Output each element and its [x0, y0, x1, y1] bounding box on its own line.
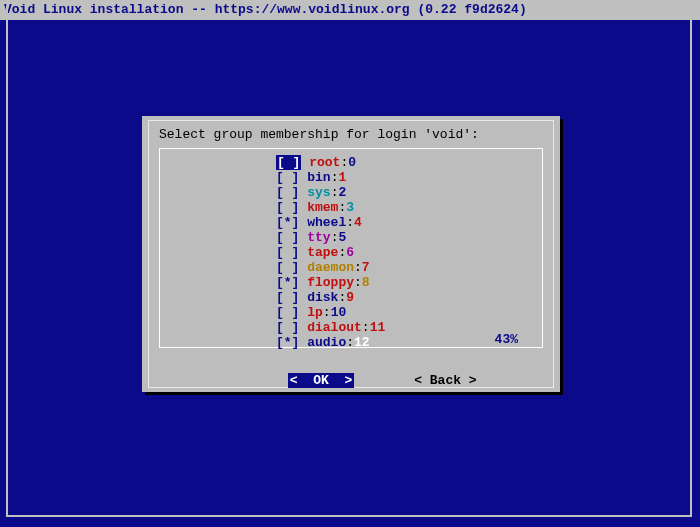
separator: :: [323, 305, 331, 320]
checkbox-icon[interactable]: [ ]: [276, 290, 299, 305]
group-item-kmem[interactable]: [ ] kmem:3: [166, 200, 536, 215]
group-membership-dialog: Select group membership for login 'void'…: [142, 116, 560, 392]
group-name: root: [309, 155, 340, 170]
dialog-buttons: < OK >< Back >: [159, 348, 543, 403]
group-item-sys[interactable]: [ ] sys:2: [166, 185, 536, 200]
group-name: dialout: [307, 320, 362, 335]
checkbox-icon[interactable]: [ ]: [276, 155, 301, 170]
group-name: audio: [307, 335, 346, 350]
checkbox-icon[interactable]: [ ]: [276, 260, 299, 275]
group-id: 6: [346, 245, 354, 260]
group-id: 0: [348, 155, 356, 170]
group-name: disk: [307, 290, 338, 305]
separator: :: [354, 275, 362, 290]
group-item-wheel[interactable]: [*] wheel:4: [166, 215, 536, 230]
checkbox-icon[interactable]: [ ]: [276, 305, 299, 320]
group-id: 9: [346, 290, 354, 305]
group-id: 8: [362, 275, 370, 290]
group-item-dialout[interactable]: [ ] dialout:11: [166, 320, 536, 335]
group-id: 3: [346, 200, 354, 215]
group-item-tty[interactable]: [ ] tty:5: [166, 230, 536, 245]
group-item-daemon[interactable]: [ ] daemon:7: [166, 260, 536, 275]
separator: :: [354, 260, 362, 275]
group-name: tty: [307, 230, 330, 245]
dialog-prompt: Select group membership for login 'void'…: [159, 125, 543, 148]
checkbox-icon[interactable]: [ ]: [276, 170, 299, 185]
installer-screen: Void Linux installation -- https://www.v…: [0, 0, 700, 527]
checkbox-icon[interactable]: [ ]: [276, 230, 299, 245]
group-id: 12: [354, 335, 370, 350]
checkbox-icon[interactable]: [ ]: [276, 320, 299, 335]
separator: :: [362, 320, 370, 335]
group-name: bin: [307, 170, 330, 185]
separator: :: [346, 215, 354, 230]
checkbox-icon[interactable]: [*]: [276, 275, 299, 290]
group-id: 11: [370, 320, 386, 335]
group-item-bin[interactable]: [ ] bin:1: [166, 170, 536, 185]
checkbox-icon[interactable]: [ ]: [276, 200, 299, 215]
group-name: floppy: [307, 275, 354, 290]
group-name: wheel: [307, 215, 346, 230]
group-item-lp[interactable]: [ ] lp:10: [166, 305, 536, 320]
group-item-root[interactable]: [ ] root:0: [166, 155, 536, 170]
group-id: 4: [354, 215, 362, 230]
group-name: sys: [307, 185, 330, 200]
checkbox-icon[interactable]: [ ]: [276, 185, 299, 200]
group-name: tape: [307, 245, 338, 260]
group-name: kmem: [307, 200, 338, 215]
group-item-floppy[interactable]: [*] floppy:8: [166, 275, 536, 290]
group-item-audio[interactable]: [*] audio:12: [166, 335, 536, 350]
checkbox-icon[interactable]: [*]: [276, 335, 299, 350]
group-id: 5: [338, 230, 346, 245]
group-list[interactable]: [ ] root:0[ ] bin:1[ ] sys:2[ ] kmem:3[*…: [159, 148, 543, 348]
ok-button[interactable]: < OK >: [288, 373, 354, 388]
separator: :: [346, 335, 354, 350]
group-item-tape[interactable]: [ ] tape:6: [166, 245, 536, 260]
checkbox-icon[interactable]: [ ]: [276, 245, 299, 260]
scroll-percent: 43%: [495, 332, 518, 347]
checkbox-icon[interactable]: [*]: [276, 215, 299, 230]
group-name: daemon: [307, 260, 354, 275]
group-id: 10: [331, 305, 347, 320]
group-id: 2: [338, 185, 346, 200]
group-id: 7: [362, 260, 370, 275]
dialog-inner: Select group membership for login 'void'…: [148, 120, 554, 388]
group-item-disk[interactable]: [ ] disk:9: [166, 290, 536, 305]
group-name: lp: [307, 305, 323, 320]
back-button[interactable]: < Back >: [414, 373, 476, 388]
group-id: 1: [338, 170, 346, 185]
